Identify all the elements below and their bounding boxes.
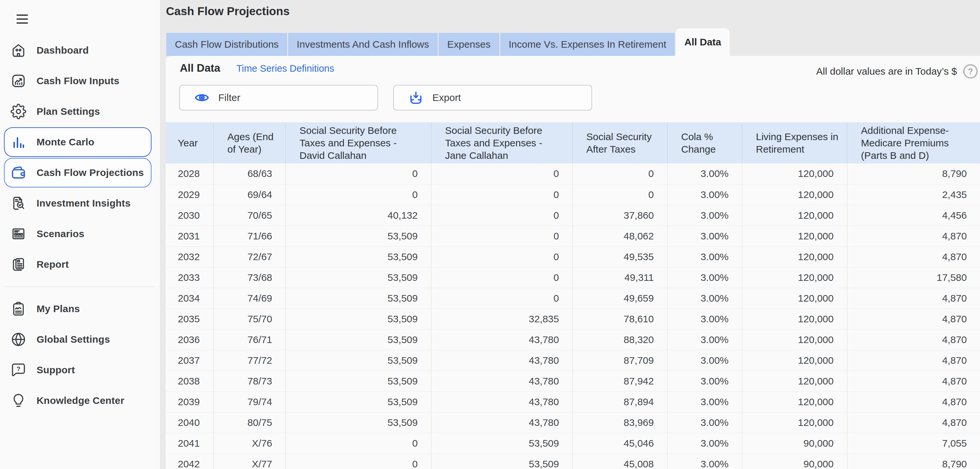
table-row: 203171/6653,509048,0623.00%120,0004,870 xyxy=(165,226,980,246)
sidebar-item-plan-settings[interactable]: Plan Settings xyxy=(4,97,151,126)
table-cell: 120,000 xyxy=(742,412,847,433)
filter-button-label: Filter xyxy=(218,92,240,103)
column-header-social-security-before-taxes-and-expense: Social Security Before Taxes and Expense… xyxy=(431,122,572,163)
table-cell: 120,000 xyxy=(742,288,847,309)
table-cell: 4,870 xyxy=(847,391,980,412)
table-cell: 49,535 xyxy=(572,246,667,267)
table-row: 203676/7153,50943,78088,3203.00%120,0004… xyxy=(165,329,980,350)
sidebar-divider xyxy=(4,287,155,287)
sidebar-item-label: Plan Settings xyxy=(37,106,100,117)
table-actions: Filter Export xyxy=(179,85,592,111)
sidebar-item-dashboard[interactable]: Dashboard xyxy=(4,35,151,65)
sidebar-item-monte-carlo[interactable]: Monte Carlo xyxy=(4,127,151,157)
table-cell: 0 xyxy=(572,163,667,184)
svg-text:?: ? xyxy=(968,67,973,76)
table-cell: 2037 xyxy=(165,350,213,371)
table-cell: 0 xyxy=(431,226,572,246)
time-series-definitions-link[interactable]: Time Series Definitions xyxy=(236,63,334,74)
tab-investments-and-cash-inflows[interactable]: Investments And Cash Inflows xyxy=(288,33,438,56)
table-cell: 0 xyxy=(431,267,572,288)
table-cell: 83,969 xyxy=(572,412,667,433)
table-cell: 2040 xyxy=(165,412,213,433)
tab-bar: Cash Flow DistributionsInvestments And C… xyxy=(166,28,730,56)
export-button[interactable]: Export xyxy=(393,85,592,111)
tab-all-data[interactable]: All Data xyxy=(676,28,730,56)
table-cell: 120,000 xyxy=(742,371,847,391)
table-cell: 77/72 xyxy=(213,350,285,371)
table-cell: 2038 xyxy=(165,371,213,391)
table-cell: 78,610 xyxy=(572,309,667,329)
section-heading: All Data xyxy=(180,62,220,74)
wallet-icon xyxy=(11,165,26,181)
sidebar-item-global-settings[interactable]: Global Settings xyxy=(4,325,151,354)
table-cell: 8,790 xyxy=(847,453,980,469)
table-cell: 49,659 xyxy=(572,288,667,309)
data-table-container[interactable]: YearAges (End of Year)Social Security Be… xyxy=(165,122,980,469)
table-cell: 2036 xyxy=(165,329,213,350)
tab-cash-flow-distributions[interactable]: Cash Flow Distributions xyxy=(166,33,287,56)
sidebar-item-label: Cash Flow Inputs xyxy=(37,75,119,87)
table-row: 203474/6953,509049,6593.00%120,0004,870 xyxy=(165,288,980,309)
app-window: DashboardCash Flow InputsPlan SettingsMo… xyxy=(0,0,980,469)
table-cell: 88,320 xyxy=(572,329,667,350)
table-cell: 87,942 xyxy=(572,371,667,391)
sidebar-item-label: Support xyxy=(37,364,75,376)
column-header-social-security-before-taxes-and-expense: Social Security Before Taxes and Expense… xyxy=(285,122,431,163)
table-cell: 53,509 xyxy=(285,246,431,267)
column-header-year: Year xyxy=(165,122,213,163)
table-cell: 48,062 xyxy=(572,226,667,246)
table-cell: 3.00% xyxy=(667,267,742,288)
column-header-living-expenses-in-retirement: Living Expenses in Retirement xyxy=(742,122,847,163)
lightbulb-icon xyxy=(11,393,26,409)
data-table: YearAges (End of Year)Social Security Be… xyxy=(165,122,980,469)
table-cell: 79/74 xyxy=(213,391,285,412)
table-cell: 49,311 xyxy=(572,267,667,288)
help-icon[interactable]: ? xyxy=(962,63,979,79)
sidebar-item-cash-flow-projections[interactable]: Cash Flow Projections xyxy=(4,158,151,187)
table-cell: 120,000 xyxy=(742,267,847,288)
sidebar-item-cash-flow-inputs[interactable]: Cash Flow Inputs xyxy=(4,66,151,96)
table-header-row: YearAges (End of Year)Social Security Be… xyxy=(165,122,980,163)
table-cell: 3.00% xyxy=(667,246,742,267)
sidebar-item-my-plans[interactable]: My Plans xyxy=(4,294,151,324)
table-cell: 2034 xyxy=(165,288,213,309)
tab-income-vs-expenses-in-retirement[interactable]: Income Vs. Expenses In Retirement xyxy=(500,33,675,56)
hamburger-icon xyxy=(16,14,28,24)
table-cell: 0 xyxy=(431,184,572,205)
sidebar-item-investment-insights[interactable]: Investment Insights xyxy=(4,189,151,218)
table-cell: 0 xyxy=(431,163,572,184)
sidebar-item-report[interactable]: Report xyxy=(4,250,151,279)
table-cell: 4,870 xyxy=(847,350,980,371)
table-cell: 2030 xyxy=(165,205,213,226)
table-cell: 40,132 xyxy=(285,205,431,226)
filter-button[interactable]: Filter xyxy=(179,85,378,111)
sidebar-item-scenarios[interactable]: Scenarios xyxy=(4,219,151,249)
table-row: 203070/6540,132037,8603.00%120,0004,456 xyxy=(165,205,980,226)
table-cell: 2035 xyxy=(165,309,213,329)
sidebar-item-knowledge-center[interactable]: Knowledge Center xyxy=(4,386,151,415)
table-cell: X/76 xyxy=(213,433,285,453)
sidebar-item-support[interactable]: ?Support xyxy=(4,355,151,385)
table-cell: 4,870 xyxy=(847,371,980,391)
page-title: Cash Flow Projections xyxy=(166,5,290,18)
bar-chart-icon xyxy=(11,134,26,150)
table-cell: 7,055 xyxy=(847,433,980,453)
sidebar-item-label: Cash Flow Projections xyxy=(37,167,144,178)
table-cell: 2029 xyxy=(165,184,213,205)
menu-toggle-button[interactable] xyxy=(16,14,28,24)
content-panel: All Data Time Series Definitions All dol… xyxy=(165,56,980,469)
table-cell: 3.00% xyxy=(667,433,742,453)
sidebar-item-label: Monte Carlo xyxy=(37,136,94,148)
table-cell: 76/71 xyxy=(213,329,285,350)
table-cell: 2028 xyxy=(165,163,213,184)
globe-icon xyxy=(11,331,26,347)
table-cell: 53,509 xyxy=(431,453,572,469)
chart-growth-icon xyxy=(11,73,26,89)
table-cell: 0 xyxy=(285,163,431,184)
sidebar-item-label: Report xyxy=(37,259,69,270)
table-row: 203272/6753,509049,5353.00%120,0004,870 xyxy=(165,246,980,267)
chat-question-icon: ? xyxy=(11,362,26,378)
tab-expenses[interactable]: Expenses xyxy=(439,33,499,56)
table-row: 203878/7353,50943,78087,9423.00%120,0004… xyxy=(165,371,980,391)
table-cell: 53,509 xyxy=(285,412,431,433)
